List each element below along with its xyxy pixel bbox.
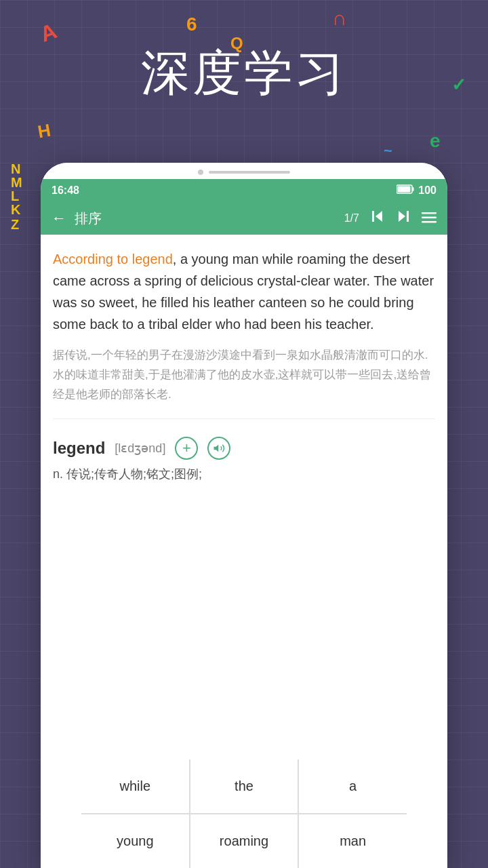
svg-rect-1	[398, 186, 411, 193]
answer-cell-the[interactable]: the	[190, 760, 298, 813]
toolbar-title: 排序	[75, 210, 336, 228]
svg-marker-10	[214, 444, 219, 452]
toolbar-right: 1/7	[344, 209, 436, 228]
translation-text: 据传说,一个年轻的男子在漫游沙漠途中看到一泉如水晶般清澈而可口的水.水的味道非常…	[53, 346, 435, 405]
svg-rect-4	[372, 211, 374, 222]
menu-button[interactable]	[422, 210, 436, 227]
status-right: 100	[396, 184, 436, 197]
battery-icon	[396, 184, 414, 197]
svg-rect-6	[407, 211, 409, 222]
word-area: legend [lɛdʒənd] + n. 传说;传奇人物;铭文;图例;	[53, 430, 435, 490]
answer-grid: while the a young roaming man	[81, 760, 407, 868]
answer-cell-young[interactable]: young	[81, 814, 189, 868]
notch-line	[209, 171, 290, 174]
phone-notch	[41, 163, 447, 179]
passage-text: According to legend, a young man while r…	[53, 248, 435, 335]
status-bar: 16:48 100	[41, 179, 447, 202]
deco-letter-e: e	[430, 130, 441, 152]
word-definition: n. 传说;传奇人物;铭文;图例;	[53, 465, 435, 484]
battery-level: 100	[418, 184, 436, 197]
word-sound-button[interactable]	[207, 437, 230, 460]
main-title: 深度学习	[0, 41, 488, 106]
word-header: legend [lɛdʒənd] +	[53, 437, 435, 460]
deco-letter-Z: Z	[11, 217, 19, 233]
toolbar: ← 排序 1/7	[41, 202, 447, 235]
svg-marker-3	[375, 211, 382, 222]
status-time: 16:48	[52, 184, 79, 197]
back-button[interactable]: ←	[52, 210, 66, 227]
deco-letter-wave: ~	[384, 142, 392, 160]
highlight-phrase: According to legend	[53, 252, 173, 267]
content-area: According to legend, a young man while r…	[41, 235, 447, 675]
divider	[53, 418, 435, 419]
prev-button[interactable]	[370, 209, 385, 228]
phone-mockup: 16:48 100 ← 排序 1/7	[41, 163, 447, 868]
answer-cell-a[interactable]: a	[299, 760, 407, 813]
answer-cell-while[interactable]: while	[81, 760, 189, 813]
svg-marker-5	[399, 211, 405, 222]
deco-letter-H: H	[36, 120, 52, 143]
answer-cell-roaming[interactable]: roaming	[190, 814, 298, 868]
svg-rect-2	[413, 187, 414, 191]
svg-rect-7	[422, 212, 436, 214]
answer-cell-man[interactable]: man	[299, 814, 407, 868]
svg-rect-8	[422, 217, 436, 219]
word-main: legend	[53, 439, 105, 458]
word-phonetic: [lɛdʒənd]	[115, 441, 165, 456]
word-add-button[interactable]: +	[175, 437, 198, 460]
progress-label: 1/7	[344, 212, 359, 224]
deco-letter-6: 6	[186, 14, 197, 35]
deco-letter-K: K	[11, 202, 20, 218]
next-button[interactable]	[396, 209, 411, 228]
deco-letter-arc: ∩	[332, 7, 347, 30]
title-area: 深度学习	[0, 41, 488, 106]
svg-rect-9	[422, 221, 436, 223]
notch-dot	[198, 170, 203, 175]
